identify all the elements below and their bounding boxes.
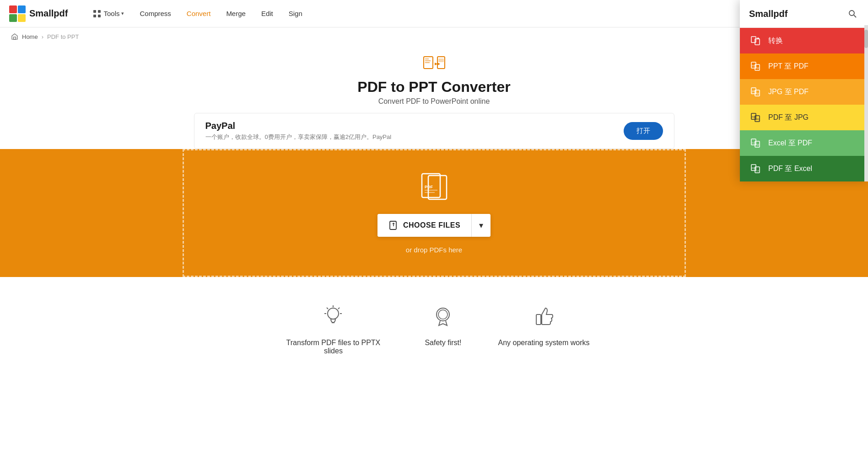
svg-text:PDF: PDF [755, 67, 760, 69]
page-title: PDF to PPT Converter [0, 79, 868, 96]
features-section: Transform PDF files to PPTX slides Safet… [0, 277, 868, 373]
svg-rect-4 [93, 10, 96, 13]
excel2pdf-label: Excel 至 PDF [768, 139, 812, 148]
svg-text:PDF: PDF [755, 144, 760, 146]
drop-zone-wrapper: PDF CHOOSE FILES ▾ or drop PDFs here [0, 149, 868, 277]
breadcrumb: Home › PDF to PPT [0, 27, 868, 46]
feature-safety-label: Safety first! [425, 339, 461, 347]
ad-title: PayPal [205, 121, 392, 131]
nav-sign[interactable]: Sign [282, 6, 309, 21]
choose-dropdown-arrow[interactable]: ▾ [472, 214, 491, 237]
feature-transform-label: Transform PDF files to PPTX slides [278, 339, 388, 355]
feature-safety: Safety first! [425, 304, 461, 355]
svg-point-31 [438, 310, 447, 319]
svg-rect-6 [93, 15, 96, 17]
breadcrumb-current: PDF to PPT [47, 33, 79, 40]
lightbulb-icon [322, 304, 345, 331]
dropdown-item-ppt2pdf[interactable]: PPT PDF PPT 至 PDF [740, 53, 868, 79]
ad-open-button[interactable]: 打开 [624, 122, 663, 140]
svg-rect-2 [9, 14, 17, 22]
medal-icon [431, 304, 454, 331]
tools-label: Tools [103, 10, 119, 17]
dropdown-item-pdf2excel[interactable]: PDF XLS PDF 至 Excel [740, 156, 868, 181]
ad-content: PayPal 一个账户，收款全球。0费用开户，享卖家保障，赢逾2亿用户。PayP… [205, 121, 392, 141]
svg-rect-15 [438, 59, 444, 62]
svg-rect-0 [9, 5, 17, 13]
dropdown-item-excel2pdf[interactable]: XLS PDF Excel 至 PDF [740, 130, 868, 156]
svg-point-23 [328, 308, 339, 319]
nav-tools[interactable]: Tools ▾ [86, 5, 130, 22]
home-icon [11, 33, 18, 40]
dropdown-item-jpg2pdf[interactable]: JPG PDF JPG 至 PDF [740, 79, 868, 105]
svg-line-29 [338, 308, 340, 309]
ad-subtitle: 一个账户，收款全球。0费用开户，享卖家保障，赢逾2亿用户。PayPal [205, 133, 392, 141]
feature-transform: Transform PDF files to PPTX slides [278, 304, 388, 355]
convert-icon [749, 34, 762, 47]
svg-text:XLS: XLS [755, 170, 759, 172]
convert-label: 转换 [768, 36, 783, 46]
tools-chevron: ▾ [121, 11, 124, 16]
svg-line-28 [327, 308, 328, 309]
dropdown-header: Smallpdf [740, 0, 868, 28]
svg-rect-11 [425, 60, 431, 61]
svg-line-34 [854, 15, 856, 17]
nav-links: Tools ▾ Compress Convert Merge Edit Sign [86, 5, 780, 22]
choose-files-main[interactable]: CHOOSE FILES [377, 214, 471, 237]
page-header: ▶▶ PDF to PPT Converter Convert PDF to P… [0, 46, 868, 113]
svg-rect-10 [425, 59, 429, 59]
jpg2pdf-label: JPG 至 PDF [768, 87, 809, 97]
svg-rect-5 [98, 10, 101, 13]
breadcrumb-separator: › [42, 33, 43, 40]
ad-banner: PayPal 一个账户，收款全球。0费用开户，享卖家保障，赢逾2亿用户。PayP… [194, 113, 674, 149]
choose-files-button[interactable]: CHOOSE FILES ▾ [377, 214, 491, 237]
file-upload-icon [388, 220, 399, 230]
grid-icon [92, 9, 102, 18]
svg-rect-1 [18, 5, 26, 13]
feature-os-label: Any operating system works [498, 339, 589, 347]
nav-merge[interactable]: Merge [220, 6, 252, 21]
search-icon[interactable] [846, 7, 859, 20]
logo-text: Smallpdf [29, 8, 68, 19]
scrollbar-thumb[interactable] [864, 30, 868, 48]
svg-rect-8 [14, 37, 16, 39]
dropdown-item-pdf2jpg[interactable]: PDF JPG PDF 至 JPG [740, 105, 868, 130]
thumbsup-icon [533, 304, 555, 331]
chevron-down-icon: ▾ [479, 220, 483, 230]
ppt-convert-icon: ▶▶ [423, 55, 446, 73]
navbar: Smallpdf Tools ▾ Compress Convert Merge … [0, 0, 868, 27]
svg-rect-7 [98, 15, 101, 17]
nav-edit[interactable]: Edit [255, 6, 280, 21]
drop-zone[interactable]: PDF CHOOSE FILES ▾ or drop PDFs here [183, 149, 686, 277]
jpg2pdf-icon: JPG PDF [749, 85, 762, 98]
scrollbar[interactable] [864, 25, 868, 181]
svg-text:PDF: PDF [425, 185, 433, 189]
svg-rect-21 [390, 221, 396, 229]
pdf-file-icon: PDF [418, 173, 450, 205]
svg-rect-3 [18, 14, 26, 22]
nav-convert[interactable]: Convert [180, 6, 217, 21]
dropdown-title: Smallpdf [749, 9, 787, 19]
breadcrumb-home[interactable]: Home [22, 33, 38, 40]
svg-text:JPG: JPG [755, 118, 760, 121]
drop-text: or drop PDFs here [406, 246, 462, 254]
svg-rect-32 [536, 314, 541, 325]
pdf2excel-label: PDF 至 Excel [768, 164, 812, 174]
pdf2jpg-icon: PDF JPG [749, 111, 762, 124]
svg-text:PDF: PDF [755, 93, 760, 95]
page-icon-area: ▶▶ [423, 55, 446, 75]
choose-files-label: CHOOSE FILES [403, 221, 460, 229]
ppt2pdf-icon: PPT PDF [749, 60, 762, 73]
ppt2pdf-label: PPT 至 PDF [768, 62, 809, 71]
dropdown-item-convert[interactable]: 转换 [740, 28, 868, 53]
pdf2jpg-label: PDF 至 JPG [768, 113, 809, 123]
pdf2excel-icon: PDF XLS [749, 162, 762, 175]
logo-icon [9, 5, 26, 22]
feature-os: Any operating system works [498, 304, 589, 355]
logo[interactable]: Smallpdf [9, 5, 68, 22]
svg-rect-12 [425, 62, 430, 63]
nav-compress[interactable]: Compress [133, 6, 177, 21]
excel2pdf-icon: XLS PDF [749, 137, 762, 149]
page-subtitle: Convert PDF to PowerPoint online [0, 97, 868, 106]
svg-point-33 [849, 11, 854, 16]
dropdown-panel: Smallpdf 转换 PPT PDF P [740, 0, 868, 181]
